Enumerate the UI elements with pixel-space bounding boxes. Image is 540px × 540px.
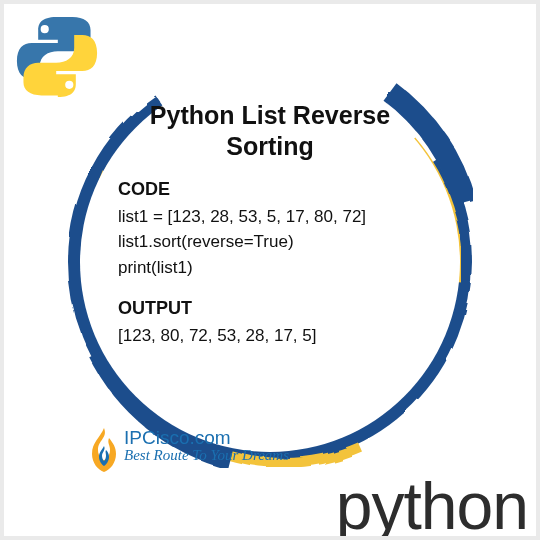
- python-logo-icon: [12, 12, 102, 102]
- python-wordmark: python: [336, 468, 528, 536]
- code-line-2: list1.sort(reverse=True): [118, 229, 422, 255]
- output-heading: OUTPUT: [118, 298, 422, 319]
- ipcisco-brand: IPCisco.com Best Route To Your Dreams: [90, 428, 289, 472]
- slide-title: Python List Reverse Sorting: [118, 100, 422, 163]
- code-line-3: print(list1): [118, 255, 422, 281]
- flame-icon: [90, 428, 118, 472]
- brand-name: IPCisco.com: [124, 428, 289, 448]
- content-circle: Python List Reverse Sorting CODE list1 =…: [80, 72, 460, 452]
- output-line-1: [123, 80, 72, 53, 28, 17, 5]: [118, 323, 422, 349]
- code-line-1: list1 = [123, 28, 53, 5, 17, 80, 72]: [118, 204, 422, 230]
- brand-tagline: Best Route To Your Dreams: [124, 448, 289, 464]
- code-heading: CODE: [118, 179, 422, 200]
